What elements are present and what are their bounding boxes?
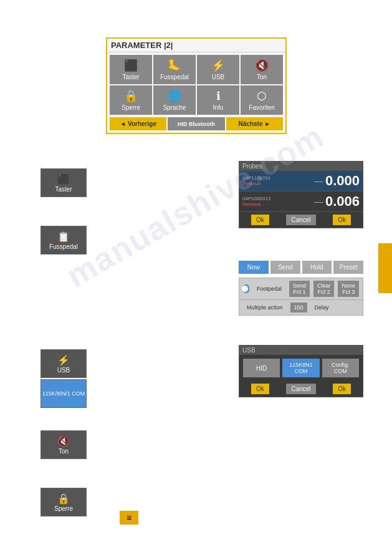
usb-ok-btn1[interactable]: Ok xyxy=(251,384,269,394)
probe-row-2: 04P0380013 Remove — 0.006 xyxy=(239,191,363,212)
menu-icon: ≡ xyxy=(127,513,131,523)
sidebar-sperre[interactable]: 🔒 Sperre xyxy=(41,488,87,516)
probe2-id: 04P0380013 xyxy=(242,196,314,201)
sidebar-fusspedal[interactable]: 📋 Fusspedal xyxy=(41,226,87,254)
probes-footer: Ok Cancel Ok xyxy=(239,212,363,228)
param-hid-bluetooth-btn[interactable]: HID Bluetooth xyxy=(168,117,224,130)
footpedal-fct2[interactable]: Clear Fct 2 xyxy=(313,281,335,297)
sprache-icon: 🌐 xyxy=(168,89,181,103)
footpedal-panel: Footpedal Send Fct 1 Clear Fct 2 None Fc… xyxy=(239,278,363,316)
sperre-icon: 🔒 xyxy=(124,89,138,103)
parameter-panel: PARAMETER |2| ⬛ Taster 🦶 Fusspedal ⚡ USB… xyxy=(106,37,287,134)
sidebar-ton[interactable]: 🔇 Ton xyxy=(41,430,87,459)
probes-ok-btn1[interactable]: Ok xyxy=(251,215,269,225)
probes-panel: Probes 04P1178701 Remove — 0.000 04P0380… xyxy=(239,161,363,228)
delay-val: 150 xyxy=(290,303,307,312)
usb-cancel-btn[interactable]: Cancel xyxy=(286,384,315,394)
delay-label: Delay xyxy=(311,303,333,312)
fusspedal-sidebar-icon: 📋 xyxy=(57,231,70,243)
hold-btn[interactable]: Hold xyxy=(302,261,332,274)
probe1-minus: — xyxy=(314,176,323,186)
probe1-value: 0.000 xyxy=(325,173,360,189)
probe1-id: 04P1178701 xyxy=(242,175,314,181)
usb-buttons: HID 115K8N1 COM Config. COM xyxy=(239,355,363,381)
small-orange-icon[interactable]: ≡ xyxy=(120,511,138,525)
preset-btn[interactable]: Preset xyxy=(333,261,363,274)
send-btn[interactable]: Send xyxy=(270,261,300,274)
probes-title: Probes xyxy=(239,162,363,171)
param-usb-btn[interactable]: ⚡ USB xyxy=(197,55,239,84)
usb-panel: USB HID 115K8N1 COM Config. COM Ok Cance… xyxy=(239,345,363,397)
param-nav: ◄ Vorherige HID Bluetooth Nächste ► xyxy=(107,117,285,133)
usb-icon: ⚡ xyxy=(211,59,225,72)
now-btn[interactable]: Now xyxy=(239,261,269,274)
usb-sidebar-icon: ⚡ xyxy=(57,354,70,366)
multiple-action-label: Multiple action xyxy=(243,303,287,312)
ton-sidebar-icon: 🔇 xyxy=(57,435,70,447)
info-icon: ℹ xyxy=(216,89,221,103)
param-sperre-btn[interactable]: 🔒 Sperre xyxy=(110,85,152,115)
param-grid: ⬛ Taster 🦶 Fusspedal ⚡ USB 🔇 Ton 🔒 Sperr… xyxy=(107,52,285,117)
usb-ok-btn2[interactable]: Ok xyxy=(333,384,351,394)
param-taster-btn[interactable]: ⬛ Taster xyxy=(110,55,152,84)
taster-sidebar-icon: ⬛ xyxy=(57,173,70,185)
hid-btn[interactable]: HID xyxy=(243,359,280,377)
ton-icon: 🔇 xyxy=(255,59,269,72)
param-ton-btn[interactable]: 🔇 Ton xyxy=(241,55,283,84)
footpedal-fct1[interactable]: Send Fct 1 xyxy=(289,281,310,297)
footpedal-label: Footpedal xyxy=(253,284,285,294)
action-buttons-row: Now Send Hold Preset xyxy=(239,261,363,274)
param-fusspedal-btn[interactable]: 🦶 Fusspedal xyxy=(153,55,196,84)
probes-ok-btn2[interactable]: Ok xyxy=(333,215,351,225)
probes-cancel-btn[interactable]: Cancel xyxy=(286,215,315,225)
taster-icon: ⬛ xyxy=(124,59,138,72)
param-vorherige-btn[interactable]: ◄ Vorherige xyxy=(110,117,166,130)
orange-bar xyxy=(378,243,392,293)
probe1-remove[interactable]: Remove xyxy=(242,181,314,186)
usb-panel-title: USB xyxy=(239,346,363,355)
footpedal-row1: Footpedal Send Fct 1 Clear Fct 2 None Fc… xyxy=(239,278,363,300)
probe2-minus: — xyxy=(314,196,323,206)
sidebar-usb[interactable]: ⚡ USB xyxy=(41,349,87,378)
probe-row-1: 04P1178701 Remove — 0.000 xyxy=(239,171,363,191)
usb-footer: Ok Cancel Ok xyxy=(239,381,363,397)
fusspedal-icon: 🦶 xyxy=(168,59,181,72)
param-favoriten-btn[interactable]: ⬡ Favoriten xyxy=(241,85,283,115)
favoriten-icon: ⬡ xyxy=(257,89,267,103)
sidebar-taster[interactable]: ⬛ Taster xyxy=(41,168,87,197)
param-naechste-btn[interactable]: Nächste ► xyxy=(226,117,283,130)
transfer-com-btn[interactable]: 115K8N1 COM xyxy=(282,359,319,377)
footpedal-toggle[interactable] xyxy=(243,284,249,293)
probe2-remove[interactable]: Remove xyxy=(242,201,314,207)
footpedal-row2: Multiple action 150 Delay xyxy=(239,300,363,315)
sperre-sidebar-icon: 🔒 xyxy=(57,493,70,505)
config-com-btn[interactable]: Config. COM xyxy=(322,359,359,377)
probe2-value: 0.006 xyxy=(325,193,360,210)
param-title: PARAMETER |2| xyxy=(107,39,285,52)
sidebar-com-btn[interactable]: 115K/8/N/1 COM xyxy=(41,379,87,408)
param-info-btn[interactable]: ℹ Info xyxy=(197,85,239,115)
footpedal-fct3[interactable]: None Fct 3 xyxy=(338,281,359,297)
param-sprache-btn[interactable]: 🌐 Sprache xyxy=(153,85,196,115)
